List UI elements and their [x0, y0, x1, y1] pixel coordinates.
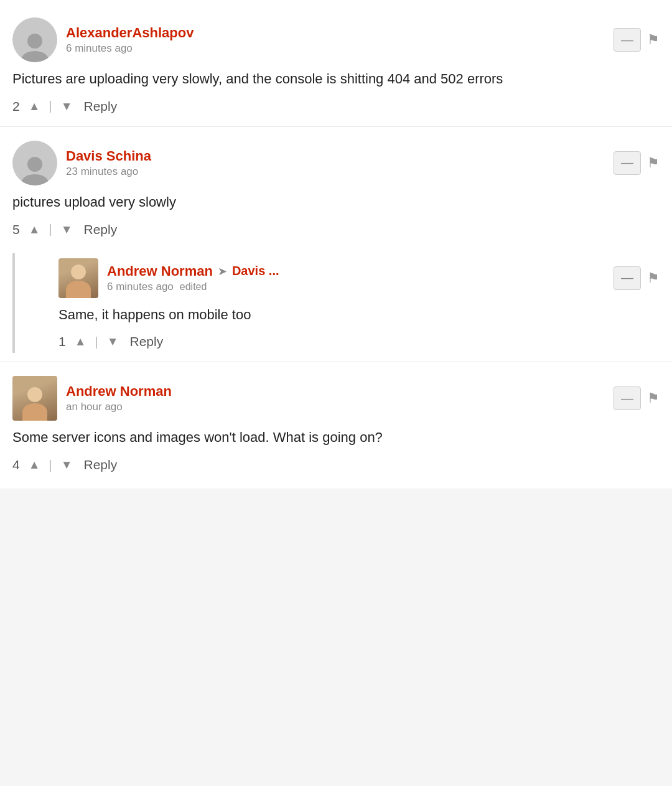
vote-count: 5	[12, 222, 20, 237]
comment-text: Same, it happens on mobile too	[58, 306, 660, 325]
reply-button[interactable]: Reply	[82, 98, 120, 115]
person-silhouette	[66, 258, 91, 298]
divider	[0, 126, 672, 127]
timestamp: 6 minutes ago	[107, 281, 174, 293]
person-head	[27, 387, 42, 402]
upvote-icon: ▲	[29, 458, 40, 471]
minus-icon: —	[621, 391, 633, 406]
avatar	[12, 17, 57, 62]
reply-button[interactable]: Reply	[128, 333, 166, 350]
header-actions: — ⚑	[614, 28, 660, 52]
comment-header-left: Andrew Norman ➤ Davis ... 6 minutes ago …	[58, 258, 279, 298]
username-row: Andrew Norman ➤ Davis ...	[107, 263, 279, 279]
flag-icon: ⚑	[647, 270, 660, 286]
minus-icon: —	[621, 156, 633, 170]
timestamp: an hour ago	[66, 401, 172, 413]
separator: |	[49, 99, 52, 113]
comment-header: AlexanderAshlapov 6 minutes ago — ⚑	[12, 17, 660, 62]
flag-icon: ⚑	[647, 32, 660, 47]
minus-icon: —	[621, 33, 633, 47]
username: Davis Schina	[66, 148, 151, 164]
downvote-button[interactable]: ▼	[58, 457, 75, 473]
downvote-button[interactable]: ▼	[105, 334, 121, 350]
comment-footer: 5 ▲ | ▼ Reply	[12, 221, 660, 238]
upvote-button[interactable]: ▲	[26, 98, 43, 115]
person-head	[71, 264, 86, 279]
comment-footer: 1 ▲ | ▼ Reply	[58, 333, 660, 350]
comment-text: pictures upload very slowly	[12, 193, 660, 212]
username: AlexanderAshlapov	[66, 25, 194, 41]
flag-button[interactable]: ⚑	[647, 155, 660, 171]
timestamp: 6 minutes ago	[66, 42, 194, 55]
collapse-button[interactable]: —	[614, 386, 641, 410]
downvote-icon: ▼	[61, 223, 73, 236]
downvote-button[interactable]: ▼	[58, 98, 75, 115]
flag-button[interactable]: ⚑	[647, 32, 660, 48]
comments-list: AlexanderAshlapov 6 minutes ago — ⚑ Pict…	[0, 0, 672, 489]
header-actions: — ⚑	[614, 151, 660, 175]
header-actions: — ⚑	[614, 386, 660, 410]
comment-header-left: AlexanderAshlapov 6 minutes ago	[12, 17, 194, 62]
downvote-icon: ▼	[61, 458, 73, 471]
comment-item: Andrew Norman an hour ago — ⚑ Some serve…	[0, 365, 672, 482]
comment-header: Andrew Norman an hour ago — ⚑	[12, 376, 660, 421]
comment-item-nested: Andrew Norman ➤ Davis ... 6 minutes ago …	[15, 247, 672, 360]
comment-text: Pictures are uploading very slowly, and …	[12, 70, 660, 89]
separator: |	[49, 222, 52, 236]
flag-button[interactable]: ⚑	[647, 390, 660, 406]
vote-count: 4	[12, 457, 20, 472]
minus-icon: —	[621, 271, 633, 285]
user-info: Davis Schina 23 minutes ago	[66, 148, 151, 178]
reply-to: Davis ...	[232, 264, 279, 278]
comment-header: Davis Schina 23 minutes ago — ⚑	[12, 141, 660, 185]
downvote-icon: ▼	[107, 335, 119, 348]
avatar-inner	[12, 376, 57, 421]
nested-comment-wrapper: Andrew Norman ➤ Davis ... 6 minutes ago …	[12, 247, 672, 360]
upvote-icon: ▲	[29, 100, 40, 113]
flag-button[interactable]: ⚑	[647, 270, 660, 286]
svg-point-1	[21, 51, 49, 62]
downvote-icon: ▼	[61, 100, 73, 113]
person-silhouette	[22, 376, 47, 421]
upvote-button[interactable]: ▲	[26, 457, 43, 473]
edited-label: edited	[180, 281, 207, 292]
collapse-button[interactable]: —	[614, 266, 641, 290]
upvote-icon: ▲	[29, 223, 40, 236]
avatar-inner	[58, 258, 98, 298]
upvote-button[interactable]: ▲	[26, 222, 43, 238]
comment-item: Davis Schina 23 minutes ago — ⚑ pictures…	[0, 129, 672, 247]
separator: |	[95, 335, 98, 349]
svg-point-3	[21, 174, 49, 185]
comment-header-left: Andrew Norman an hour ago	[12, 376, 172, 421]
divider	[0, 362, 672, 362]
svg-point-2	[27, 157, 42, 172]
username: Andrew Norman	[66, 383, 172, 400]
flag-icon: ⚑	[647, 390, 660, 406]
collapse-button[interactable]: —	[614, 28, 641, 52]
vote-count: 2	[12, 99, 20, 114]
comment-item: AlexanderAshlapov 6 minutes ago — ⚑ Pict…	[0, 6, 672, 124]
timestamp: 23 minutes ago	[66, 166, 151, 178]
user-info: Andrew Norman ➤ Davis ... 6 minutes ago …	[107, 263, 279, 293]
vote-count: 1	[58, 334, 66, 349]
svg-point-0	[27, 34, 42, 49]
comment-text: Some server icons and images won't load.…	[12, 428, 660, 447]
downvote-button[interactable]: ▼	[58, 222, 75, 238]
comment-header: Andrew Norman ➤ Davis ... 6 minutes ago …	[58, 258, 660, 298]
reply-button[interactable]: Reply	[82, 221, 120, 238]
timestamp-row: 6 minutes ago edited	[107, 281, 279, 293]
avatar	[12, 376, 57, 421]
username: Andrew Norman	[107, 263, 213, 279]
collapse-button[interactable]: —	[614, 151, 641, 175]
user-info: Andrew Norman an hour ago	[66, 383, 172, 413]
person-body	[22, 403, 47, 421]
separator: |	[49, 458, 52, 472]
upvote-button[interactable]: ▲	[72, 334, 89, 350]
reply-button[interactable]: Reply	[82, 456, 120, 474]
user-info: AlexanderAshlapov 6 minutes ago	[66, 25, 194, 55]
comment-footer: 2 ▲ | ▼ Reply	[12, 98, 660, 115]
avatar	[12, 141, 57, 185]
header-actions: — ⚑	[614, 266, 660, 290]
comment-header-left: Davis Schina 23 minutes ago	[12, 141, 151, 185]
avatar	[58, 258, 98, 298]
